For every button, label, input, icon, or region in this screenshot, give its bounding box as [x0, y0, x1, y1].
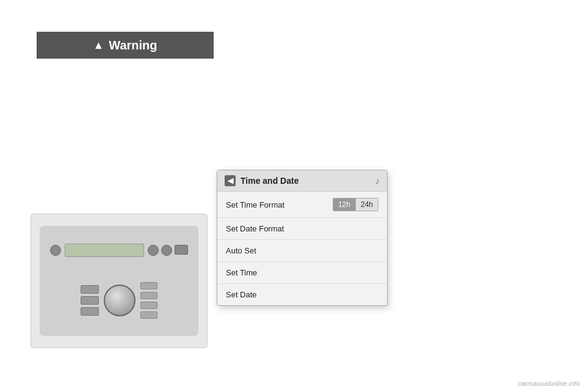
- music-icon: ♪: [375, 176, 380, 186]
- stereo-tiny-btn-1: [140, 282, 157, 289]
- stereo-right-btns: [140, 282, 157, 319]
- stereo-bottom-row: [45, 282, 194, 319]
- format-buttons: 12h 24h: [333, 198, 378, 211]
- stereo-tiny-btn-2: [140, 292, 157, 299]
- dialog-row-set-date-format[interactable]: Set Date Format: [217, 218, 387, 240]
- time-date-dialog: ◀ Time and Date ♪ Set Time Format 12h 24…: [217, 170, 388, 306]
- stereo-btn-2: [148, 245, 159, 256]
- stereo-body: [40, 226, 198, 336]
- set-time-format-label: Set Time Format: [226, 200, 284, 209]
- stereo-display: [65, 244, 144, 257]
- dialog-row-set-time[interactable]: Set Time: [217, 262, 387, 284]
- dialog-row-set-time-format: Set Time Format 12h 24h: [217, 192, 387, 218]
- stereo-tiny-btn-3: [140, 302, 157, 309]
- watermark: carmanualonline.info: [518, 380, 580, 387]
- stereo-small-btn-2: [81, 296, 99, 305]
- set-date-format-label: Set Date Format: [226, 224, 284, 233]
- warning-triangle-icon: ▲: [93, 39, 104, 52]
- stereo-knob: [104, 285, 136, 316]
- set-date-label: Set Date: [226, 290, 257, 299]
- back-icon[interactable]: ◀: [225, 175, 236, 186]
- stereo-btn-rect: [175, 245, 188, 255]
- stereo-btn-group: [148, 245, 188, 256]
- dialog-header: ◀ Time and Date ♪: [217, 170, 387, 192]
- stereo-btn-1: [50, 245, 61, 256]
- stereo-small-btn-1: [81, 285, 99, 294]
- dialog-title: Time and Date: [241, 176, 298, 186]
- dialog-header-left: ◀ Time and Date: [225, 175, 298, 186]
- stereo-top-row: [45, 244, 194, 257]
- stereo-tiny-btn-4: [140, 311, 157, 319]
- format-btn-24h[interactable]: 24h: [355, 198, 378, 211]
- warning-box: ▲ Warning: [37, 32, 214, 59]
- stereo-small-btn-3: [81, 307, 99, 316]
- stereo-left-btns: [81, 285, 99, 316]
- stereo-btn-3: [161, 245, 172, 256]
- format-btn-12h[interactable]: 12h: [333, 198, 355, 211]
- dialog-row-auto-set[interactable]: Auto Set: [217, 240, 387, 262]
- set-time-label: Set Time: [226, 268, 257, 277]
- dialog-row-set-date[interactable]: Set Date: [217, 284, 387, 305]
- stereo-image: [31, 214, 208, 348]
- auto-set-label: Auto Set: [226, 246, 256, 255]
- warning-label: Warning: [109, 38, 157, 53]
